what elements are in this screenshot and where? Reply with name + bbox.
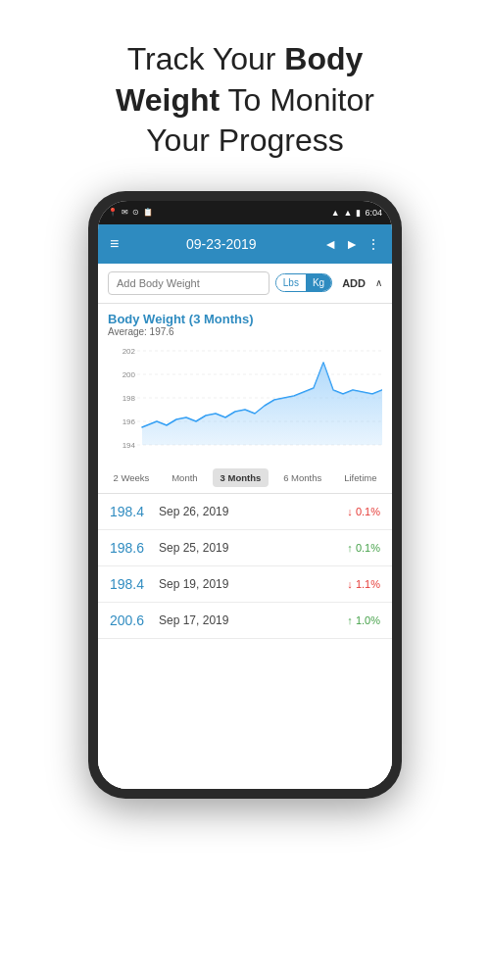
more-button[interactable]: ⋮ [367, 236, 380, 252]
weight-date: Sep 26, 2019 [159, 505, 347, 518]
table-row: 198.4 Sep 26, 2019 ↓ 0.1% [98, 494, 392, 530]
svg-text:196: 196 [122, 417, 136, 426]
chart-average: Average: 197.6 [108, 326, 382, 337]
table-row: 198.6 Sep 25, 2019 ↑ 0.1% [98, 530, 392, 566]
weight-chart: 202 200 198 196 194 [108, 341, 382, 459]
weight-date: Sep 25, 2019 [159, 541, 347, 555]
add-weight-row: Lbs Kg ADD ∧ [98, 264, 392, 304]
app-bar: ≡ 09-23-2019 ◄ ► ⋮ [98, 224, 392, 264]
svg-text:198: 198 [122, 394, 136, 403]
add-caret-icon[interactable]: ∧ [375, 277, 382, 288]
chart-section: Body Weight (3 Months) Average: 197.6 20… [98, 304, 392, 463]
headline-section: Track Your BodyWeight To MonitorYour Pro… [76, 0, 414, 191]
phone-mockup: 📍 ✉ ⊙ 📋 ▲ ▲ ▮ 6:04 ≡ 09-23-2019 ◄ ► ⋮ [88, 191, 402, 799]
prev-button[interactable]: ◄ [323, 236, 337, 252]
content-area: Lbs Kg ADD ∧ Body Weight (3 Months) Aver… [98, 264, 392, 789]
add-button[interactable]: ADD [338, 277, 369, 289]
wifi-icon: ▲ [331, 208, 340, 218]
tab-3months[interactable]: 3 Months [213, 468, 270, 487]
weight-value: 200.6 [110, 612, 159, 628]
weight-list: 198.4 Sep 26, 2019 ↓ 0.1% 198.6 Sep 25, … [98, 494, 392, 789]
weight-value: 198.4 [110, 504, 159, 519]
svg-text:200: 200 [122, 370, 136, 379]
clipboard-icon: 📋 [143, 208, 153, 217]
weight-value: 198.4 [110, 576, 159, 592]
weight-change: ↓ 0.1% [347, 506, 380, 517]
mail-icon: ✉ [122, 208, 128, 217]
tab-6months[interactable]: 6 Months [275, 468, 329, 487]
tab-month[interactable]: Month [164, 468, 205, 487]
tab-2weeks[interactable]: 2 Weeks [105, 468, 157, 487]
weight-date: Sep 17, 2019 [159, 613, 347, 627]
lbs-button[interactable]: Lbs [276, 274, 306, 291]
location-icon: 📍 [108, 208, 118, 217]
next-button[interactable]: ► [345, 236, 359, 252]
signal-icon: ▲ [344, 208, 353, 218]
kg-button[interactable]: Kg [306, 274, 331, 291]
table-row: 198.4 Sep 19, 2019 ↓ 1.1% [98, 566, 392, 603]
phone-screen: 📍 ✉ ⊙ 📋 ▲ ▲ ▮ 6:04 ≡ 09-23-2019 ◄ ► ⋮ [98, 201, 392, 789]
circle-icon: ⊙ [132, 208, 139, 217]
table-row: 200.6 Sep 17, 2019 ↑ 1.0% [98, 603, 392, 639]
time-tabs: 2 Weeks Month 3 Months 6 Months Lifetime [98, 463, 392, 494]
svg-text:202: 202 [122, 347, 136, 356]
battery-icon: ▮ [356, 208, 361, 218]
app-bar-date: 09-23-2019 [186, 236, 257, 252]
add-weight-input[interactable] [108, 271, 270, 295]
svg-text:194: 194 [122, 441, 136, 450]
app-bar-controls: ◄ ► ⋮ [323, 236, 380, 252]
unit-toggle: Lbs Kg [275, 273, 332, 292]
weight-change: ↑ 0.1% [347, 542, 380, 554]
weight-change: ↓ 1.1% [347, 578, 380, 590]
headline-text: Track Your BodyWeight To MonitorYour Pro… [116, 39, 374, 162]
weight-date: Sep 19, 2019 [159, 577, 347, 591]
menu-button[interactable]: ≡ [110, 235, 119, 253]
time-display: 6:04 [365, 208, 382, 218]
chart-title: Body Weight (3 Months) [108, 312, 382, 326]
weight-value: 198.6 [110, 540, 159, 556]
chart-container: 202 200 198 196 194 [108, 341, 382, 459]
tab-lifetime[interactable]: Lifetime [336, 468, 384, 487]
weight-change: ↑ 1.0% [347, 614, 380, 626]
status-right: ▲ ▲ ▮ 6:04 [331, 208, 382, 218]
status-icons-left: 📍 ✉ ⊙ 📋 [108, 208, 153, 217]
status-bar: 📍 ✉ ⊙ 📋 ▲ ▲ ▮ 6:04 [98, 201, 392, 224]
